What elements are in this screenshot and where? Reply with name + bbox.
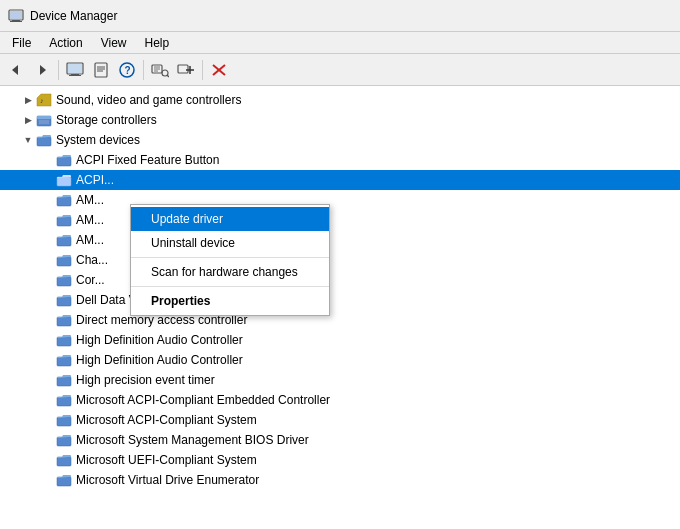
- svg-rect-3: [10, 11, 22, 19]
- sound-label: Sound, video and game controllers: [56, 93, 241, 107]
- tree-item-ms-acpi-sys[interactable]: ▶ Microsoft ACPI-Compliant System: [0, 410, 680, 430]
- tree-item-hd-audio2[interactable]: ▶ High Definition Audio Controller: [0, 350, 680, 370]
- tree-item-amd3[interactable]: ▶ AM...: [0, 230, 680, 250]
- ctx-uninstall-device[interactable]: Uninstall device: [131, 231, 329, 255]
- svg-rect-46: [57, 457, 71, 466]
- device-icon-ms-acpi-sys: [56, 412, 72, 428]
- svg-rect-36: [57, 257, 71, 266]
- tree-item-ms-uefi[interactable]: ▶ Microsoft UEFI-Compliant System: [0, 450, 680, 470]
- amd3-label: AM...: [76, 233, 104, 247]
- tree-item-hd-audio1[interactable]: ▶ High Definition Audio Controller: [0, 330, 680, 350]
- help-button[interactable]: ?: [115, 58, 139, 82]
- svg-rect-47: [57, 477, 71, 486]
- menu-bar: File Action View Help: [0, 32, 680, 54]
- acpi2-label: ACPI...: [76, 173, 114, 187]
- tree-item-system-devices[interactable]: ▼ System devices: [0, 130, 680, 150]
- device-icon-ms-sys-mgmt: [56, 432, 72, 448]
- tree-item-cor[interactable]: ▶ Cor...: [0, 270, 680, 290]
- tree-item-dell-data[interactable]: ▶ Dell Data Vault Control Device: [0, 290, 680, 310]
- tree-item-ms-virt[interactable]: ▶ Microsoft Virtual Drive Enumerator: [0, 470, 680, 490]
- ctx-scan-hardware[interactable]: Scan for hardware changes: [131, 260, 329, 284]
- main-content: ▶ ♪ Sound, video and game controllers ▶ …: [0, 86, 680, 529]
- svg-rect-42: [57, 377, 71, 386]
- amd2-label: AM...: [76, 213, 104, 227]
- svg-marker-5: [40, 65, 46, 75]
- tree-item-storage[interactable]: ▶ Storage controllers: [0, 110, 680, 130]
- back-button[interactable]: [4, 58, 28, 82]
- ms-sys-mgmt-label: Microsoft System Management BIOS Driver: [76, 433, 309, 447]
- toolbar: ?: [0, 54, 680, 86]
- expand-icon-storage: ▶: [20, 112, 36, 128]
- tree-item-amd1[interactable]: ▶ AM...: [0, 190, 680, 210]
- separator-3: [202, 60, 203, 80]
- cha-label: Cha...: [76, 253, 108, 267]
- properties-button[interactable]: [89, 58, 113, 82]
- high-prec-label: High precision event timer: [76, 373, 215, 387]
- svg-rect-7: [68, 64, 82, 73]
- title-bar: Device Manager: [0, 0, 680, 32]
- tree-item-ms-acpi-ec[interactable]: ▶ Microsoft ACPI-Compliant Embedded Cont…: [0, 390, 680, 410]
- svg-rect-37: [57, 277, 71, 286]
- tree-item-direct-mem[interactable]: ▶ Direct memory access controller: [0, 310, 680, 330]
- svg-rect-41: [57, 357, 71, 366]
- tree-item-sound[interactable]: ▶ ♪ Sound, video and game controllers: [0, 90, 680, 110]
- device-icon-cor: [56, 272, 72, 288]
- svg-marker-4: [12, 65, 18, 75]
- ms-uefi-label: Microsoft UEFI-Compliant System: [76, 453, 257, 467]
- svg-rect-32: [57, 177, 71, 186]
- tree-item-high-prec[interactable]: ▶ High precision event timer: [0, 370, 680, 390]
- add-button[interactable]: [174, 58, 198, 82]
- svg-rect-43: [57, 397, 71, 406]
- svg-rect-30: [37, 137, 51, 146]
- device-icon-hd1: [56, 332, 72, 348]
- device-icon-cha: [56, 252, 72, 268]
- device-icon-amd3: [56, 232, 72, 248]
- system-devices-label: System devices: [56, 133, 140, 147]
- ms-virt-label: Microsoft Virtual Drive Enumerator: [76, 473, 259, 487]
- device-icon-amd1: [56, 192, 72, 208]
- svg-line-18: [167, 75, 169, 77]
- svg-rect-10: [95, 63, 107, 77]
- hd-audio2-label: High Definition Audio Controller: [76, 353, 243, 367]
- expand-icon-system: ▼: [20, 132, 36, 148]
- svg-rect-40: [57, 337, 71, 346]
- device-icon-acpi2: [56, 172, 72, 188]
- tree-item-acpi2[interactable]: ▶ ACPI...: [0, 170, 680, 190]
- menu-help[interactable]: Help: [137, 34, 178, 52]
- ctx-properties[interactable]: Properties: [131, 289, 329, 313]
- svg-rect-39: [57, 317, 71, 326]
- tree-item-amd2[interactable]: ▶ AM...: [0, 210, 680, 230]
- svg-rect-2: [10, 21, 22, 22]
- separator-2: [143, 60, 144, 80]
- separator-1: [58, 60, 59, 80]
- svg-rect-19: [178, 65, 188, 73]
- cor-label: Cor...: [76, 273, 105, 287]
- svg-text:♪: ♪: [40, 97, 44, 104]
- tree-item-cha[interactable]: ▶ Cha...: [0, 250, 680, 270]
- device-manager-button[interactable]: [63, 58, 87, 82]
- svg-rect-27: [37, 116, 51, 119]
- svg-rect-38: [57, 297, 71, 306]
- svg-rect-45: [57, 437, 71, 446]
- menu-view[interactable]: View: [93, 34, 135, 52]
- ms-acpi-ec-label: Microsoft ACPI-Compliant Embedded Contro…: [76, 393, 330, 407]
- ctx-update-driver[interactable]: Update driver: [131, 207, 329, 231]
- hd-audio1-label: High Definition Audio Controller: [76, 333, 243, 347]
- tree-item-ms-sys-mgmt[interactable]: ▶ Microsoft System Management BIOS Drive…: [0, 430, 680, 450]
- ctx-separator-1: [131, 257, 329, 258]
- amd1-label: AM...: [76, 193, 104, 207]
- storage-label: Storage controllers: [56, 113, 157, 127]
- device-icon-direct-mem: [56, 312, 72, 328]
- remove-button[interactable]: [207, 58, 231, 82]
- menu-file[interactable]: File: [4, 34, 39, 52]
- svg-rect-31: [57, 157, 71, 166]
- device-icon-ms-virt: [56, 472, 72, 488]
- audio-icon: ♪: [36, 92, 52, 108]
- tree-item-acpi-fixed[interactable]: ▶ ACPI Fixed Feature Button: [0, 150, 680, 170]
- svg-rect-34: [57, 217, 71, 226]
- menu-action[interactable]: Action: [41, 34, 90, 52]
- title-bar-icon: [8, 8, 24, 24]
- scan-button[interactable]: [148, 58, 172, 82]
- device-icon-high-prec: [56, 372, 72, 388]
- forward-button[interactable]: [30, 58, 54, 82]
